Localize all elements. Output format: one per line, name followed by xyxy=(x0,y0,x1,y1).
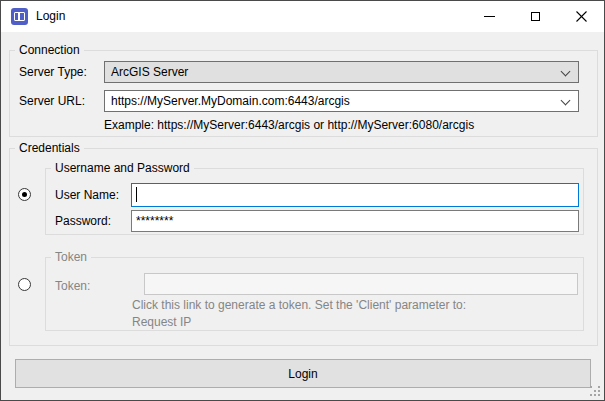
login-dialog: Login Connection Server Type: ArcGIS Ser… xyxy=(0,0,605,401)
titlebar-buttons xyxy=(466,1,604,32)
server-url-label: Server URL: xyxy=(19,94,85,108)
app-icon xyxy=(11,8,28,25)
username-label: User Name: xyxy=(55,188,119,202)
minimize-icon xyxy=(484,16,495,17)
server-url-example-text: Example: https://MyServer:6443/arcgis or… xyxy=(104,118,474,132)
server-url-value: https://MyServer.MyDomain.com:6443/arcgi… xyxy=(111,94,350,108)
server-type-value: ArcGIS Server xyxy=(111,65,188,79)
server-type-dropdown[interactable]: ArcGIS Server xyxy=(104,61,579,83)
minimize-button[interactable] xyxy=(466,1,512,32)
resize-grip-icon[interactable] xyxy=(590,386,592,388)
maximize-button[interactable] xyxy=(512,1,558,32)
radio-selected-dot xyxy=(22,192,27,197)
app-icon-divider xyxy=(18,12,20,21)
username-password-group-label: Username and Password xyxy=(51,162,194,175)
username-input[interactable] xyxy=(131,183,579,207)
token-helper-text: Click this link to generate a token. Set… xyxy=(132,298,466,312)
titlebar[interactable]: Login xyxy=(1,1,604,32)
chevron-down-icon xyxy=(561,67,571,77)
text-caret xyxy=(136,187,137,202)
token-label: Token: xyxy=(55,279,90,293)
login-button-label: Login xyxy=(288,367,317,381)
app-icon-window-shape xyxy=(14,12,25,21)
credentials-group-label: Credentials xyxy=(15,142,84,155)
close-button[interactable] xyxy=(558,1,604,32)
server-type-label: Server Type: xyxy=(19,65,87,79)
request-ip-link[interactable]: Request IP xyxy=(132,315,191,329)
token-input[interactable] xyxy=(144,273,578,295)
connection-group-label: Connection xyxy=(15,44,84,57)
maximize-icon xyxy=(531,12,540,21)
token-group-label: Token xyxy=(51,251,91,264)
token-radio[interactable] xyxy=(18,278,31,291)
chevron-down-icon xyxy=(561,96,571,106)
login-button[interactable]: Login xyxy=(15,359,591,388)
password-label: Password: xyxy=(55,214,111,228)
close-icon xyxy=(576,11,587,22)
window-title: Login xyxy=(36,9,65,23)
server-url-combobox[interactable]: https://MyServer.MyDomain.com:6443/arcgi… xyxy=(104,90,579,112)
password-input[interactable] xyxy=(131,210,579,232)
username-password-radio[interactable] xyxy=(18,188,31,201)
